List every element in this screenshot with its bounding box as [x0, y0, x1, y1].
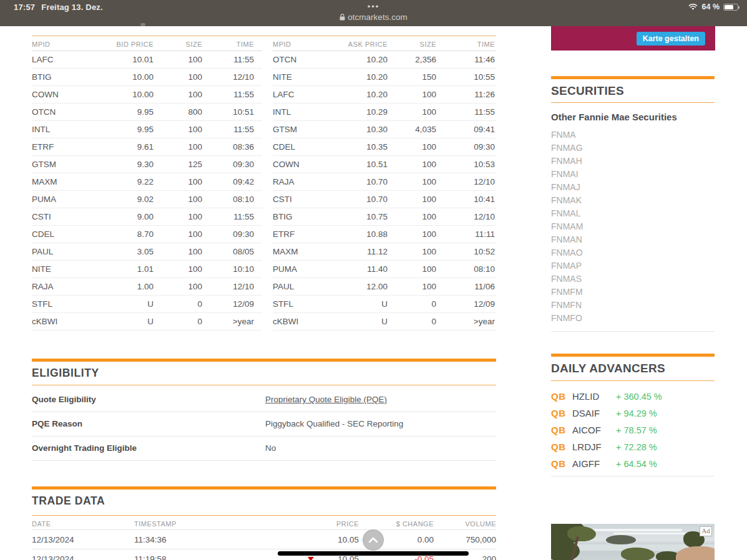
size-cell: 100: [388, 195, 436, 204]
trade-price-cell: 10.05: [278, 535, 359, 544]
bush-shape: [621, 548, 655, 560]
security-symbol-link[interactable]: FNMA: [551, 128, 715, 142]
time-cell: 11:55: [202, 55, 262, 64]
pqe-link[interactable]: Proprietary Quote Eligible (PQE): [265, 395, 387, 404]
security-symbol-link[interactable]: FNMAG: [551, 142, 715, 155]
security-symbol-link[interactable]: FNMAJ: [551, 181, 715, 194]
ask-price-cell: 10.29: [326, 107, 388, 117]
mpid-cell: ETRF: [273, 229, 326, 239]
advancer-row: QB LRDJF + 72.28 %: [551, 438, 715, 455]
size-cell: 100: [154, 72, 202, 82]
battery-icon: [723, 4, 738, 11]
bid-table-row: OTCN 9.95 800 10:51: [32, 104, 262, 121]
advancer-symbol-link[interactable]: LRDJF: [572, 442, 616, 452]
address-bar[interactable]: otcmarkets.com: [0, 12, 747, 22]
time-cell: 10:55: [436, 72, 496, 82]
advancer-symbol-link[interactable]: AIGFF: [572, 458, 616, 469]
bid-price-cell: 8.70: [85, 229, 154, 239]
time-cell: 12/10: [202, 282, 262, 291]
trade-timestamp-cell: 11:34:36: [134, 535, 278, 544]
column-header-mpid: MPID: [273, 41, 326, 48]
size-cell: 100: [388, 160, 436, 169]
security-symbol-link[interactable]: FNMAM: [551, 220, 715, 233]
eligibility-underline: [32, 385, 496, 385]
security-symbol-link[interactable]: FNMAL: [551, 207, 715, 220]
ask-table-row: cKBWI U 0 >year: [273, 313, 496, 331]
mpid-cell: CSTI: [273, 195, 326, 204]
bid-price-cell: 3.05: [85, 247, 154, 256]
advancer-change-percent: + 78.57 %: [616, 425, 715, 435]
mpid-cell: BTIG: [32, 72, 85, 82]
size-cell: 125: [154, 160, 202, 169]
size-cell: 0: [388, 317, 436, 326]
bid-table: MPID BID PRICE SIZE TIME LAFC 10.01 100 …: [32, 37, 262, 331]
bid-table-row: PAUL 3.05 100 08/05: [32, 243, 262, 261]
trade-date-cell: 12/13/2024: [32, 535, 134, 544]
time-cell: 10:53: [436, 160, 496, 169]
otcqb-badge: QB: [551, 458, 572, 469]
ask-price-cell: 10.20: [326, 55, 388, 64]
security-symbol-link[interactable]: FNMFM: [551, 286, 715, 299]
size-cell: 100: [154, 90, 202, 99]
bid-price-cell: 9.61: [85, 142, 154, 152]
trade-timestamp-cell: 11:19:58: [134, 554, 278, 560]
time-cell: 09:30: [202, 229, 262, 239]
security-symbol-link[interactable]: FNMAI: [551, 168, 715, 181]
size-cell: 100: [154, 212, 202, 221]
security-symbol-link[interactable]: FNMFN: [551, 299, 715, 312]
time-cell: >year: [202, 317, 262, 326]
size-cell: 100: [154, 247, 202, 256]
time-cell: 09:41: [436, 125, 496, 134]
securities-list: FNMA FNMAG FNMAH FNMAI FNMAJ FNMAK FNMAL…: [551, 128, 715, 325]
tab-overflow-dots[interactable]: •••: [0, 2, 747, 11]
mpid-cell: CDEL: [273, 142, 326, 152]
tree-shape: [567, 526, 596, 541]
time-cell: 09:42: [202, 177, 262, 186]
bid-price-cell: 9.00: [85, 212, 154, 221]
security-symbol-link[interactable]: FNMAS: [551, 273, 715, 286]
column-header-ask-price: ASK PRICE: [326, 41, 388, 48]
security-symbol-link[interactable]: FNMAO: [551, 246, 715, 259]
security-symbol-link[interactable]: FNMAK: [551, 194, 715, 207]
bid-price-cell: U: [85, 317, 154, 326]
bid-table-row: cKBWI U 0 >year: [32, 313, 262, 331]
scroll-to-top-button[interactable]: [363, 529, 384, 551]
mpid-cell: LAFC: [32, 55, 85, 64]
advancer-row: QB HZLID + 360.45 %: [551, 388, 715, 405]
time-cell: 08:10: [436, 264, 496, 274]
mpid-cell: GTSM: [273, 125, 326, 134]
trade-date-cell: 12/13/2024: [32, 554, 134, 560]
time-cell: 11:55: [202, 212, 262, 221]
advancer-symbol-link[interactable]: HZLID: [572, 391, 616, 402]
mpid-cell: RAJA: [32, 282, 85, 291]
ask-price-cell: 10.35: [326, 142, 388, 152]
bid-table-row: COWN 10.00 100 11:55: [32, 86, 262, 104]
security-symbol-link[interactable]: FNMAH: [551, 155, 715, 168]
security-symbol-link[interactable]: FNMAP: [551, 259, 715, 273]
time-cell: 11:55: [202, 90, 262, 99]
advancer-symbol-link[interactable]: DSAIF: [572, 408, 616, 418]
time-cell: 08/05: [202, 247, 262, 256]
ask-table-header: MPID ASK PRICE SIZE TIME: [273, 37, 496, 51]
time-cell: 12/09: [436, 299, 496, 309]
mpid-cell: CDEL: [32, 229, 85, 239]
ad-banner-top[interactable]: Karte gestalten: [551, 26, 715, 51]
advancer-symbol-link[interactable]: AICOF: [572, 425, 616, 435]
size-cell: 150: [388, 72, 436, 82]
security-symbol-link[interactable]: FNMFO: [551, 312, 715, 325]
time-cell: >year: [436, 317, 496, 326]
ask-table-row: PAUL 12.00 100 11/06: [273, 278, 496, 296]
home-indicator[interactable]: [278, 551, 469, 556]
mpid-cell: cKBWI: [32, 317, 85, 326]
ad-label[interactable]: Ad: [700, 526, 712, 536]
ask-table-row: STFL U 0 12/09: [273, 296, 496, 313]
ask-table-row: BTIG 10.75 100 12/10: [273, 208, 496, 226]
ask-price-cell: 10.70: [326, 177, 388, 186]
ask-table: MPID ASK PRICE SIZE TIME OTCN 10.20 2,35…: [273, 37, 496, 331]
time-cell: 11/06: [436, 282, 496, 291]
time-cell: 10:41: [436, 195, 496, 204]
ad-banner-button[interactable]: Karte gestalten: [637, 32, 705, 46]
security-symbol-link[interactable]: FNMAN: [551, 233, 715, 246]
ad-image-bottom[interactable]: Ad: [551, 524, 715, 560]
advancers-title: DAILY ADVANCERS: [551, 362, 665, 375]
